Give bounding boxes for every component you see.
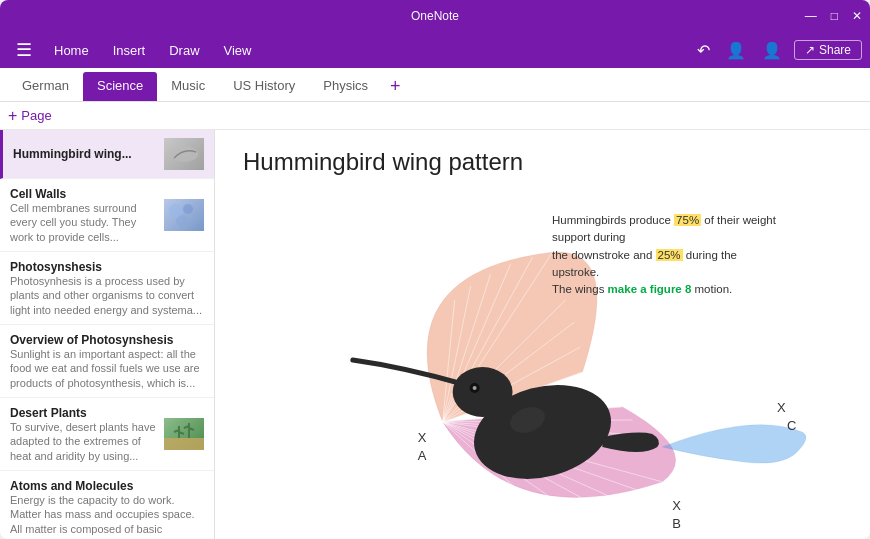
page-thumbnail [164, 138, 204, 170]
menu-home[interactable]: Home [44, 39, 99, 62]
page-thumbnail [164, 199, 204, 231]
share-icon: ↗ [805, 43, 815, 57]
page-text: Cell Walls Cell membranes surround every… [10, 187, 156, 243]
menubar: ☰ Home Insert Draw View ↶ 👤 👤 ↗ Share [0, 32, 870, 68]
close-button[interactable]: ✕ [852, 9, 862, 23]
list-item[interactable]: Hummingbird wing... [0, 130, 214, 179]
annotation-highlight3: make a figure 8 [608, 283, 692, 295]
add-page-label: Page [21, 108, 51, 123]
svg-text:B: B [672, 516, 681, 531]
list-item[interactable]: Photosynshesis Photosynhesis is a proces… [0, 252, 214, 325]
tab-science[interactable]: Science [83, 72, 157, 101]
svg-point-2 [183, 204, 193, 214]
list-item[interactable]: Cell Walls Cell membranes surround every… [0, 179, 214, 252]
page-excerpt: Sunlight is an important aspect: all the… [10, 347, 204, 389]
page-title: Hummingbird wing... [13, 147, 156, 161]
tab-german[interactable]: German [8, 72, 83, 101]
page-text: Atoms and Molecules Energy is the capaci… [10, 479, 204, 535]
page-excerpt: Photosynhesis is a process used by plant… [10, 274, 204, 316]
add-page-button[interactable]: + Page [8, 107, 52, 125]
tab-music[interactable]: Music [157, 72, 219, 101]
svg-rect-4 [164, 438, 204, 450]
page-text: Desert Plants To survive, desert plants … [10, 406, 156, 462]
list-item[interactable]: Atoms and Molecules Energy is the capaci… [0, 471, 214, 539]
page-text: Photosynshesis Photosynhesis is a proces… [10, 260, 204, 316]
list-item[interactable]: Overview of Photosynshesis Sunlight is a… [0, 325, 214, 398]
svg-text:C: C [787, 418, 796, 433]
annotation-box: Hummingbirds produce 75% of their weight… [552, 212, 782, 298]
thumb-image [164, 418, 204, 450]
page-text: Hummingbird wing... [13, 147, 156, 161]
notebooks-tabbar: German Science Music US History Physics … [0, 68, 870, 102]
minimize-button[interactable]: — [805, 9, 817, 23]
window-controls[interactable]: — □ ✕ [805, 9, 862, 23]
thumb-image [164, 138, 204, 170]
annotation-pre1: Hummingbirds produce [552, 214, 674, 226]
annotation-post3: motion. [691, 283, 732, 295]
page-excerpt: Energy is the capacity to do work. Matte… [10, 493, 204, 535]
page-title: Photosynshesis [10, 260, 204, 274]
annotation-pre3: The wings [552, 283, 608, 295]
maximize-button[interactable]: □ [831, 9, 838, 23]
tab-ushistory[interactable]: US History [219, 72, 309, 101]
plus-icon: + [8, 107, 17, 125]
page-title: Atoms and Molecules [10, 479, 204, 493]
page-thumbnail [164, 418, 204, 450]
svg-point-28 [473, 386, 477, 390]
illustration-area: X A X B C X Hummingbirds produce 75% of … [243, 192, 842, 539]
list-item[interactable]: Desert Plants To survive, desert plants … [0, 398, 214, 471]
svg-text:X: X [777, 400, 786, 415]
tab-physics[interactable]: Physics [309, 72, 382, 101]
svg-point-3 [176, 215, 188, 227]
page-title: Desert Plants [10, 406, 156, 420]
titlebar: OneNote — □ ✕ [0, 0, 870, 32]
annotation-highlight1: 75% [674, 214, 701, 226]
hamburger-menu-button[interactable]: ☰ [8, 35, 40, 65]
page-title: Hummingbird wing pattern [243, 148, 842, 176]
main-layout: Hummingbird wing... Cell Walls Cell memb… [0, 130, 870, 539]
svg-point-0 [170, 146, 198, 162]
menu-draw[interactable]: Draw [159, 39, 209, 62]
svg-text:X: X [672, 498, 681, 513]
user-icon[interactable]: 👤 [722, 39, 750, 62]
svg-text:A: A [418, 448, 427, 463]
annotation-highlight2: 25% [656, 249, 683, 261]
page-text: Overview of Photosynshesis Sunlight is a… [10, 333, 204, 389]
add-tab-button[interactable]: + [382, 76, 409, 101]
page-excerpt: Cell membranes surround every cell you s… [10, 201, 156, 243]
annotation-pre2: the downstroke and [552, 249, 656, 261]
thumb-image [164, 199, 204, 231]
page-title: Overview of Photosynshesis [10, 333, 204, 347]
menubar-right: ↶ 👤 👤 ↗ Share [693, 39, 862, 62]
content-area: Hummingbird wing pattern [215, 130, 870, 539]
page-title: Cell Walls [10, 187, 156, 201]
menu-view[interactable]: View [214, 39, 262, 62]
share-button[interactable]: ↗ Share [794, 40, 862, 60]
pages-sidebar: Hummingbird wing... Cell Walls Cell memb… [0, 130, 215, 539]
svg-text:X: X [418, 430, 427, 445]
add-page-row: + Page [0, 102, 870, 130]
user-add-icon[interactable]: 👤 [758, 39, 786, 62]
menu-insert[interactable]: Insert [103, 39, 156, 62]
page-excerpt: To survive, desert plants have adapted t… [10, 420, 156, 462]
undo-icon[interactable]: ↶ [693, 39, 714, 62]
app-title: OneNote [411, 9, 459, 23]
svg-point-26 [453, 367, 513, 417]
